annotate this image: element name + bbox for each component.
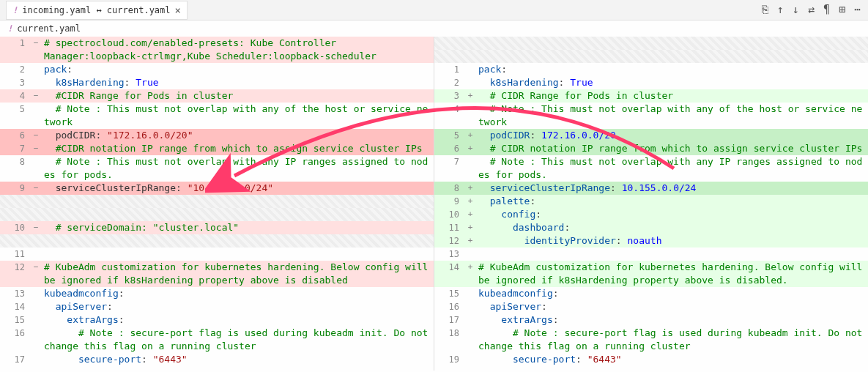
line-number: 18 bbox=[434, 327, 465, 353]
code-line[interactable] bbox=[0, 195, 434, 208]
code-content: dashboard: bbox=[475, 221, 868, 234]
code-line[interactable]: 16 # Note : secure-port flag is used dur… bbox=[0, 327, 434, 353]
code-line[interactable]: 8 # Note : This must not overlap with an… bbox=[0, 155, 434, 182]
diff-marker bbox=[31, 313, 41, 327]
code-content: # Note : This must not overlap with any … bbox=[475, 103, 868, 129]
toolbar-icon-5[interactable]: ⊞ bbox=[839, 3, 845, 16]
line-number bbox=[434, 37, 465, 50]
diff-marker: + bbox=[465, 142, 475, 155]
code-line[interactable]: 12+ identityProvider: noauth bbox=[434, 234, 868, 248]
line-number: 15 bbox=[434, 287, 465, 300]
code-line[interactable]: 12−# KubeAdm customization for kubernete… bbox=[0, 261, 434, 287]
code-line[interactable]: 9− serviceClusterIpRange: "10.155.0.0/24… bbox=[0, 182, 434, 195]
code-content: # CIDR notation IP range from which to a… bbox=[475, 142, 868, 155]
code-line[interactable]: 10+ config: bbox=[434, 208, 868, 221]
code-line[interactable]: 3 k8sHardening: True bbox=[0, 76, 434, 89]
diff-marker bbox=[465, 155, 475, 182]
line-number: 4 bbox=[434, 103, 465, 129]
code-content: serviceClusterIpRange: "10.155.0.0/24" bbox=[41, 182, 434, 195]
line-number: 5 bbox=[434, 129, 465, 142]
code-content: # CIDR Range for Pods in cluster bbox=[475, 89, 868, 103]
diff-marker bbox=[465, 327, 475, 353]
code-line[interactable]: 14+# KubeAdm customization for kubernete… bbox=[434, 261, 868, 287]
line-number: 17 bbox=[434, 313, 465, 327]
code-content: podCIDR: 172.16.0.0/20 bbox=[475, 129, 868, 142]
line-number: 16 bbox=[434, 300, 465, 313]
line-number: 10 bbox=[0, 221, 31, 234]
code-line[interactable]: 6+ # CIDR notation IP range from which t… bbox=[434, 142, 868, 155]
code-line[interactable]: 19 secure-port: "6443" bbox=[434, 353, 868, 366]
code-line[interactable]: 17 secure-port: "6443" bbox=[0, 353, 434, 366]
line-number: 14 bbox=[0, 300, 31, 313]
diff-marker bbox=[465, 287, 475, 300]
line-number: 4 bbox=[0, 89, 31, 103]
code-line[interactable]: 4− #CIDR Range for Pods in cluster bbox=[0, 89, 434, 103]
code-content: apiServer: bbox=[475, 300, 868, 313]
code-line[interactable]: 11 bbox=[0, 248, 434, 261]
tab-bar: ! incoming.yaml ↔ current.yaml × ⎘↑↓⇄¶⊞⋯ bbox=[0, 0, 868, 21]
code-line[interactable]: 1pack: bbox=[434, 63, 868, 76]
line-number: 11 bbox=[434, 221, 465, 234]
diff-marker bbox=[31, 353, 41, 366]
left-pane[interactable]: 1−# spectrocloud.com/enabled-presets: Ku… bbox=[0, 37, 434, 371]
diff-marker: + bbox=[465, 261, 475, 287]
code-line[interactable] bbox=[0, 234, 434, 248]
subheader-file: current.yaml bbox=[17, 23, 81, 34]
code-line[interactable]: 13kubeadmconfig: bbox=[0, 287, 434, 300]
code-content: #CIDR notation IP range from which to as… bbox=[41, 142, 434, 155]
toolbar-icon-6[interactable]: ⋯ bbox=[854, 3, 861, 16]
close-icon[interactable]: × bbox=[175, 4, 181, 16]
code-line[interactable]: 3+ # CIDR Range for Pods in cluster bbox=[434, 89, 868, 103]
code-line[interactable]: 1−# spectrocloud.com/enabled-presets: Ku… bbox=[0, 37, 434, 50]
code-line[interactable]: 16 apiServer: bbox=[434, 300, 868, 313]
code-content: podCIDR: "172.16.0.0/20" bbox=[41, 129, 434, 142]
code-line[interactable]: 13 bbox=[434, 248, 868, 261]
code-line[interactable] bbox=[434, 50, 868, 63]
code-line[interactable] bbox=[0, 208, 434, 221]
code-content: palette: bbox=[475, 195, 868, 208]
code-line[interactable]: 7− #CIDR notation IP range from which to… bbox=[0, 142, 434, 155]
yaml-icon: ! bbox=[12, 5, 18, 15]
code-line[interactable]: 4 # Note : This must not overlap with an… bbox=[434, 103, 868, 129]
line-number bbox=[0, 50, 31, 63]
code-line[interactable]: 2pack: bbox=[0, 63, 434, 76]
right-pane[interactable]: 1pack:2 k8sHardening: True3+ # CIDR Rang… bbox=[434, 37, 868, 371]
code-line[interactable]: 15kubeadmconfig: bbox=[434, 287, 868, 300]
editor-toolbar: ⎘↑↓⇄¶⊞⋯ bbox=[762, 3, 861, 16]
line-number: 8 bbox=[0, 155, 31, 182]
code-content bbox=[475, 248, 868, 261]
diff-marker: − bbox=[31, 129, 41, 142]
code-line[interactable]: 2 k8sHardening: True bbox=[434, 76, 868, 89]
code-line[interactable]: 7 # Note : This must not overlap with an… bbox=[434, 155, 868, 182]
code-line[interactable]: 5+ podCIDR: 172.16.0.0/20 bbox=[434, 129, 868, 142]
diff-marker bbox=[31, 287, 41, 300]
code-content: config: bbox=[475, 208, 868, 221]
code-content: secure-port: "6443" bbox=[475, 353, 868, 366]
code-line[interactable]: 9+ palette: bbox=[434, 195, 868, 208]
code-content: # Note : secure-port flag is used during… bbox=[475, 327, 868, 353]
code-line[interactable]: 15 extraArgs: bbox=[0, 313, 434, 327]
code-line[interactable]: 8+ serviceClusterIpRange: 10.155.0.0/24 bbox=[434, 182, 868, 195]
toolbar-icon-4[interactable]: ¶ bbox=[823, 3, 830, 16]
diff-marker bbox=[465, 248, 475, 261]
toolbar-icon-3[interactable]: ⇄ bbox=[808, 3, 815, 16]
breadcrumb: ! current.yaml bbox=[0, 21, 868, 37]
code-content: # Note : This must not overlap with any … bbox=[41, 103, 434, 129]
toolbar-icon-2[interactable]: ↓ bbox=[793, 3, 799, 16]
file-tab[interactable]: ! incoming.yaml ↔ current.yaml × bbox=[6, 1, 188, 20]
code-line[interactable]: 17 extraArgs: bbox=[434, 313, 868, 327]
code-line[interactable]: 18 # Note : secure-port flag is used dur… bbox=[434, 327, 868, 353]
code-line[interactable] bbox=[434, 37, 868, 50]
code-content: # KubeAdm customization for kubernetes h… bbox=[475, 261, 868, 287]
code-content: # serviceDomain: "cluster.local" bbox=[41, 221, 434, 234]
diff-marker: + bbox=[465, 89, 475, 103]
code-line[interactable]: 14 apiServer: bbox=[0, 300, 434, 313]
code-line[interactable]: 5 # Note : This must not overlap with an… bbox=[0, 103, 434, 129]
toolbar-icon-1[interactable]: ↑ bbox=[777, 3, 784, 16]
toolbar-icon-0[interactable]: ⎘ bbox=[762, 3, 768, 16]
code-line[interactable]: Manager:loopback-ctrlmgr,Kube Scheduler:… bbox=[0, 50, 434, 63]
code-line[interactable]: 6− podCIDR: "172.16.0.0/20" bbox=[0, 129, 434, 142]
code-line[interactable]: 10− # serviceDomain: "cluster.local" bbox=[0, 221, 434, 234]
code-line[interactable]: 11+ dashboard: bbox=[434, 221, 868, 234]
line-number: 2 bbox=[434, 76, 465, 89]
